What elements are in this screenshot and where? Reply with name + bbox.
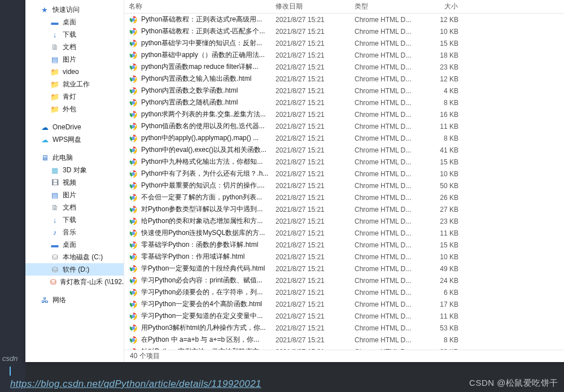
column-header-size[interactable]: 大小 — [418, 2, 463, 11]
file-row[interactable]: 不会但一定要了解的方面，python列表...2021/8/27 15:21Ch… — [124, 191, 564, 203]
file-row[interactable]: Python值函数名的使用以及闭包,迭代器...2021/8/27 15:21C… — [124, 120, 564, 132]
file-row[interactable]: Python中有了列表，为什么还有元组？.h...2021/8/27 15:21… — [124, 168, 564, 180]
file-type: Chrome HTML D... — [350, 87, 418, 95]
file-row[interactable]: 零基础学Python：函数的参数详解.html2021/8/27 15:21Ch… — [124, 239, 564, 251]
chrome-icon — [129, 86, 138, 95]
file-row[interactable]: Python中九种格式化输出方法，你都知...2021/8/27 15:21Ch… — [124, 156, 564, 168]
status-bar: 40 个项目 — [124, 350, 564, 362]
file-row[interactable]: Python基础教程：正则表达式-匹配多个...2021/8/27 15:21C… — [124, 25, 564, 37]
file-type: Chrome HTML D... — [350, 229, 418, 237]
dark-background: ★ 快速访问 ▬ 桌面 ↓ 下载 🗎 文档 ▤ 图片 — [0, 0, 564, 392]
file-type: Chrome HTML D... — [350, 289, 418, 297]
file-row[interactable]: 学习Python必会内容：print函数、赋值...2021/8/27 15:2… — [124, 275, 564, 286]
sidebar-item-qingdeng[interactable]: 📁 青灯 — [25, 90, 124, 103]
sidebar-item-desktop[interactable]: ▬ 桌面 — [25, 16, 124, 28]
file-row[interactable]: Python中最重要的知识点：切片的操作,...2021/8/27 15:21C… — [124, 180, 564, 191]
file-name: 给Python的类和对象动态增加属性和方... — [141, 216, 263, 226]
chrome-icon — [129, 63, 138, 72]
sidebar-item-label: 青灯教育-山禾 (\\192. — [60, 277, 124, 287]
svg-point-79 — [133, 197, 134, 198]
sidebar-item-software-d[interactable]: ⛁ 软件 (D:) — [25, 263, 124, 276]
file-row[interactable]: 零基础学Python：作用域详解.html2021/8/27 15:21Chro… — [124, 251, 564, 263]
file-list[interactable]: Python基础教程：正则表达式re高级用...2021/8/27 15:21C… — [124, 14, 564, 350]
sidebar-item-netshare[interactable]: ⛁ 青灯教育-山禾 (\\192. — [25, 276, 124, 288]
sidebar-item-pictures[interactable]: ▤ 图片 — [25, 53, 124, 66]
sidebar-item-documents[interactable]: 🗎 文档 — [25, 41, 124, 53]
file-type: Chrome HTML D... — [350, 300, 418, 308]
music-icon: ♪ — [50, 228, 59, 237]
sidebar-item-downloads-pc[interactable]: ↓ 下载 — [25, 214, 124, 226]
file-size: 10 KB — [418, 28, 463, 36]
file-row[interactable]: 快速使用Python连接MySQL数据库的方...2021/8/27 15:21… — [124, 227, 564, 239]
file-row[interactable]: python基础中apply（）函数的正确用法...2021/8/27 15:2… — [124, 49, 564, 61]
navigation-pane[interactable]: ★ 快速访问 ▬ 桌面 ↓ 下载 🗎 文档 ▤ 图片 — [25, 0, 124, 362]
file-list-header[interactable]: 名称 修改日期 类型 大小 — [124, 0, 564, 14]
column-header-date[interactable]: 修改日期 — [271, 2, 350, 11]
file-row[interactable]: Python内置函数之随机函数.html2021/8/27 15:21Chrom… — [124, 97, 564, 108]
file-row[interactable]: python求两个列表的并集.交集.差集方法...2021/8/27 15:21… — [124, 108, 564, 120]
file-row[interactable]: 用Python3解析html的几种操作方式，你...2021/8/27 15:2… — [124, 322, 564, 334]
file-row[interactable]: Python中的eval(),exec()以及其相关函数...2021/8/27… — [124, 144, 564, 156]
sidebar-item-this-pc[interactable]: 🖥 此电脑 — [25, 151, 124, 164]
file-type: Chrome HTML D... — [350, 336, 418, 344]
sidebar-item-waibao[interactable]: 📁 外包 — [25, 103, 124, 115]
file-row[interactable]: 给Python的类和对象动态增加属性和方...2021/8/27 15:21Ch… — [124, 215, 564, 227]
file-size: 11 KB — [418, 229, 463, 237]
sidebar-item-videos[interactable]: 🎞 视频 — [25, 176, 124, 189]
file-type: Chrome HTML D... — [350, 182, 418, 190]
file-size: 18 KB — [418, 51, 463, 59]
sidebar-item-network[interactable]: 🖧 网络 — [25, 294, 124, 306]
file-size: 15 KB — [418, 158, 463, 166]
sidebar-item-music[interactable]: ♪ 音乐 — [25, 226, 124, 238]
sidebar-item-documents-pc[interactable]: 🗎 文档 — [25, 201, 124, 214]
file-row[interactable]: 学Python一定要知道的十段经典代码.html2021/8/27 15:21C… — [124, 263, 564, 275]
svg-point-139 — [133, 339, 134, 341]
file-name: Python中的eval(),exec()以及其相关函数... — [141, 145, 266, 155]
download-icon: ↓ — [50, 215, 59, 224]
sidebar-item-quick-access[interactable]: ★ 快速访问 — [25, 3, 124, 16]
file-name: python基础中apply（）函数的正确用法... — [141, 50, 265, 60]
file-row[interactable]: 在Python 中 a=a+b 与 a+=b 区别，你...2021/8/27 … — [124, 334, 564, 346]
file-row[interactable]: 学习Python一定要会的4个高阶函数.html2021/8/27 15:21C… — [124, 298, 564, 310]
file-date: 2021/8/27 15:21 — [271, 217, 350, 225]
file-date: 2021/8/27 15:21 — [271, 99, 350, 107]
file-size: 23 KB — [418, 217, 463, 225]
chrome-icon — [129, 122, 138, 131]
sidebar-item-3d[interactable]: ▦ 3D 对象 — [25, 164, 124, 176]
file-name: Python值函数名的使用以及闭包,迭代器... — [141, 121, 265, 131]
file-name: 学习Python一定要会的4个高阶函数.html — [141, 299, 262, 309]
file-row[interactable]: 学习Python一定要知道的在定义变量中...2021/8/27 15:21Ch… — [124, 310, 564, 322]
status-item-count: 40 个项目 — [130, 351, 160, 361]
file-name: 零基础学Python：作用域详解.html — [141, 252, 244, 262]
svg-point-49 — [133, 125, 134, 127]
svg-point-39 — [133, 102, 134, 103]
file-row[interactable]: python内置函数map reduce filter详解...2021/8/2… — [124, 61, 564, 73]
file-row[interactable]: python中的apply(),applymap(),map() ...2021… — [124, 132, 564, 144]
sidebar-item-wps[interactable]: ☁ WPS网盘 — [25, 133, 124, 146]
file-row[interactable]: 针对Python 实例方法、类方法和静态方...2021/8/27 15:21C… — [124, 346, 564, 350]
file-name: python内置函数map reduce filter详解... — [141, 62, 258, 72]
file-row[interactable]: Python内置函数之数学函数.html2021/8/27 15:21Chrom… — [124, 85, 564, 97]
file-type: Chrome HTML D... — [350, 63, 418, 71]
sidebar-item-onedrive[interactable]: ☁ OneDrive — [25, 121, 124, 133]
column-header-type[interactable]: 类型 — [350, 2, 418, 11]
sidebar-item-desktop-pc[interactable]: ▬ 桌面 — [25, 238, 124, 251]
sidebar-item-local-disk[interactable]: ⛁ 本地磁盘 (C:) — [25, 251, 124, 263]
file-date: 2021/8/27 15:21 — [271, 265, 350, 273]
svg-point-99 — [133, 244, 134, 246]
sidebar-item-jobs[interactable]: 📁 就业工作 — [25, 78, 124, 90]
sidebar-item-downloads[interactable]: ↓ 下载 — [25, 28, 124, 41]
sidebar-item-video[interactable]: 📁 video — [25, 66, 124, 78]
chrome-icon — [129, 264, 138, 273]
text-caret — [10, 367, 11, 376]
sidebar-item-pictures-pc[interactable]: ▤ 图片 — [25, 189, 124, 201]
file-size: 17 KB — [418, 300, 463, 308]
file-row[interactable]: 对Python参数类型详解以及学习中遇到...2021/8/27 15:21Ch… — [124, 203, 564, 215]
file-row[interactable]: Python内置函数之输入输出函数.html2021/8/27 15:21Chr… — [124, 73, 564, 85]
file-size: 16 KB — [418, 111, 463, 119]
file-row[interactable]: Python基础教程：正则表达式re高级用...2021/8/27 15:21C… — [124, 14, 564, 25]
file-row[interactable]: python基础学习中要懂的知识点：反射...2021/8/27 15:21Ch… — [124, 37, 564, 49]
file-date: 2021/8/27 15:21 — [271, 194, 350, 202]
column-header-name[interactable]: 名称 — [124, 2, 271, 11]
file-row[interactable]: 学习Python必须要会的，在字符串，列...2021/8/27 15:21Ch… — [124, 286, 564, 298]
